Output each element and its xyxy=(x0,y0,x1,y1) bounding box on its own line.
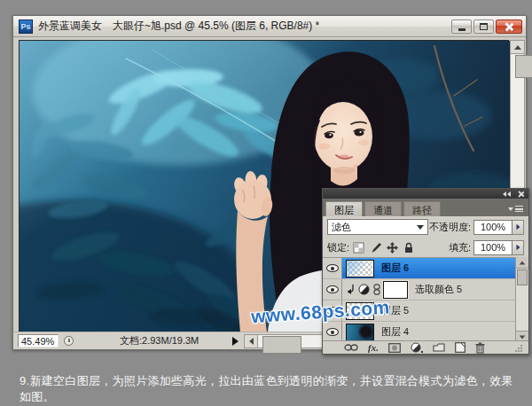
new-adjustment-layer-icon[interactable] xyxy=(411,342,423,353)
maximize-icon xyxy=(480,23,488,30)
layer-list-scrollbar[interactable] xyxy=(515,257,528,342)
minimize-button[interactable] xyxy=(451,20,472,34)
fill-field[interactable]: 100% xyxy=(473,240,512,255)
layer-style-icon[interactable]: fx. xyxy=(368,343,379,353)
lock-row: 锁定: 填充: 100% xyxy=(323,238,528,257)
layer-name[interactable]: 选取颜色 5 xyxy=(415,283,462,296)
maximize-button[interactable] xyxy=(473,20,494,34)
vertical-scroll-thumb[interactable] xyxy=(515,55,532,78)
blend-mode-row: 滤色 不透明度: 100% xyxy=(323,216,528,238)
lock-all-icon[interactable] xyxy=(403,242,414,254)
close-button[interactable] xyxy=(496,20,522,34)
window-title: 外景蓝调美女 大眼仔~旭.psd @ 45.5% (图层 6, RGB/8#) … xyxy=(38,19,319,34)
arrow-up-icon xyxy=(514,45,521,50)
status-menu-arrow[interactable] xyxy=(232,337,239,346)
blend-mode-select[interactable]: 滤色 xyxy=(327,219,428,235)
minimize-icon xyxy=(458,28,466,31)
history-clock-icon[interactable] xyxy=(64,336,74,346)
visibility-toggle[interactable] xyxy=(323,258,342,278)
panel-tabs: 图层 通道 路径 xyxy=(323,199,528,216)
delete-layer-icon[interactable] xyxy=(475,342,485,354)
layer-row-6[interactable]: 图层 6 xyxy=(323,258,517,279)
lock-label: 锁定: xyxy=(327,241,349,254)
layer-name[interactable]: 图层 6 xyxy=(381,262,409,275)
adjustment-layer-icon xyxy=(358,284,370,295)
arrow-down-icon xyxy=(520,335,525,339)
layer-thumbnail[interactable] xyxy=(346,324,374,341)
lock-transparency-icon[interactable] xyxy=(353,242,364,254)
link-layers-icon[interactable] xyxy=(344,344,358,351)
photoshop-app-icon: Ps xyxy=(19,20,33,34)
opacity-spinner-button[interactable] xyxy=(512,220,524,235)
layer-thumbnail[interactable] xyxy=(346,260,374,277)
arrow-right-icon xyxy=(516,245,520,250)
layer-mask-thumbnail[interactable] xyxy=(383,281,408,299)
mask-link-icon xyxy=(373,284,380,295)
tab-channels[interactable]: 通道 xyxy=(364,201,402,216)
add-layer-mask-icon[interactable] xyxy=(388,343,401,353)
eye-icon xyxy=(326,285,339,293)
window-titlebar[interactable]: Ps 外景蓝调美女 大眼仔~旭.psd @ 45.5% (图层 6, RGB/8… xyxy=(13,16,526,37)
fill-label: 填充: xyxy=(449,241,471,254)
visibility-toggle[interactable] xyxy=(323,279,342,300)
panel-resize-grip[interactable] xyxy=(513,343,523,353)
tab-layers[interactable]: 图层 xyxy=(325,201,363,216)
close-icon xyxy=(505,22,513,31)
panel-header-bar[interactable] xyxy=(323,189,528,199)
layer-name[interactable]: 图层 4 xyxy=(381,325,409,339)
tutorial-caption: 9.新建空白图层，为照片添加些高光，拉出由蓝色到透明的渐变，并设置混合模式为滤色… xyxy=(20,373,521,405)
scroll-up-button[interactable] xyxy=(511,41,524,54)
new-layer-icon[interactable] xyxy=(455,342,466,353)
panel-menu-icon[interactable] xyxy=(508,206,523,212)
lock-pixels-brush-icon[interactable] xyxy=(370,242,381,254)
panel-bottom-bar: fx. xyxy=(323,340,528,354)
panel-close-icon[interactable] xyxy=(518,191,524,197)
arrow-right-icon xyxy=(516,224,520,230)
scroll-left-button[interactable] xyxy=(245,335,258,347)
document-size-info: 文档:2.93M/19.3M xyxy=(120,334,199,347)
fill-spinner-button[interactable] xyxy=(512,240,524,255)
collapse-panel-icon[interactable] xyxy=(503,191,511,197)
new-group-icon[interactable] xyxy=(433,343,445,352)
arrow-left-icon xyxy=(249,338,254,345)
screen: Ps 外景蓝调美女 大眼仔~旭.psd @ 45.5% (图层 6, RGB/8… xyxy=(0,0,532,406)
dropdown-arrow-icon xyxy=(417,225,424,230)
clipping-mask-arrow-icon xyxy=(346,285,355,295)
opacity-label: 不透明度: xyxy=(429,221,471,234)
eye-icon xyxy=(326,264,339,272)
zoom-level-field[interactable]: 45.49% xyxy=(18,334,59,347)
opacity-field[interactable]: 100% xyxy=(473,220,512,235)
horizontal-scroll-thumb[interactable] xyxy=(262,336,301,354)
layer-row-selective-color[interactable]: 选取颜色 5 xyxy=(323,279,517,301)
lock-position-move-icon[interactable] xyxy=(387,242,398,254)
list-scroll-up-button[interactable] xyxy=(516,257,528,269)
eye-icon xyxy=(326,328,339,336)
list-scroll-thumb[interactable] xyxy=(517,269,528,285)
tab-paths[interactable]: 路径 xyxy=(403,201,441,216)
layers-panel: 图层 通道 路径 滤色 不透明度: 100% 锁定: 填充: 100% xyxy=(322,188,529,355)
visibility-toggle[interactable] xyxy=(323,322,342,342)
blend-mode-value: 滤色 xyxy=(332,221,417,234)
arrow-up-icon xyxy=(520,261,525,264)
